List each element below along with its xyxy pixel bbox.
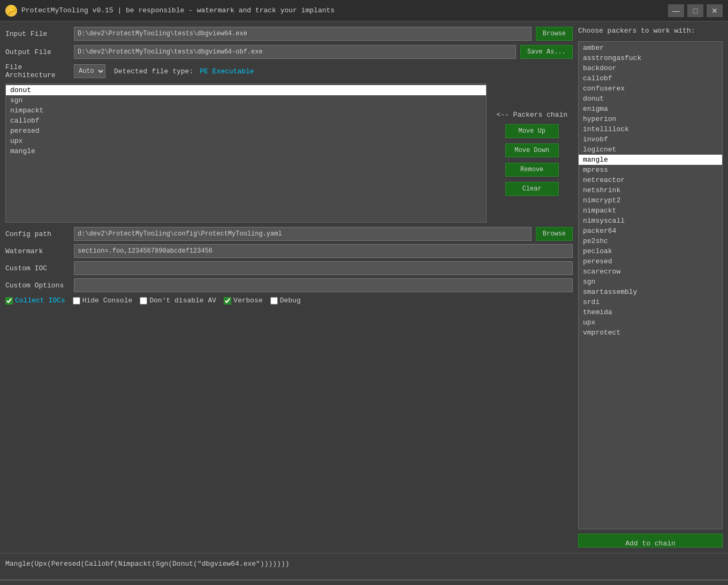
verbose-checkbox[interactable]: Verbose [224,297,263,305]
input-file-label: Input File [5,30,70,38]
packer-choice-item[interactable]: enigma [579,104,722,114]
packer-choice-item[interactable]: scarecrow [579,267,722,277]
custom-ioc-field[interactable] [74,261,573,275]
packers-chain-list: donutsgnnimpacktcallobfperesedupxmangle [6,84,486,157]
chain-display: Mangle(Upx(Peresed(Callobf(Nimpackt(Sgn(… [0,553,728,580]
window-title: ProtectMyTooling v0.15 | be responsible … [21,6,668,14]
watermark-row: Watermark [5,244,573,258]
save-as-button[interactable]: Save As... [520,45,573,59]
hide-console-checkbox[interactable]: Hide Console [73,297,133,305]
config-path-field[interactable] [74,227,532,241]
debug-checkbox[interactable]: Debug [270,297,301,305]
custom-ioc-label: Custom IOC [5,264,70,272]
packer-choice-item[interactable]: srdi [579,297,722,307]
output-file-label: Output File [5,48,70,56]
packer-choices-ul: amberasstrongasfuckbackdoorcallobfconfus… [579,42,722,339]
arch-label: File Architecture [5,63,70,79]
right-panel: Choose packers to work with: amberasstro… [578,27,723,548]
detected-label: Detected file type: [114,67,193,75]
packer-choice-item[interactable]: confuserex [579,83,722,94]
remove-button[interactable]: Remove [505,163,559,177]
verbose-label: Verbose [233,297,263,305]
chain-arrow-label: <-- Packers chain [496,111,567,119]
chain-list-item[interactable]: upx [6,136,486,146]
chain-list-item[interactable]: sgn [6,95,486,105]
output-file-field[interactable] [74,45,516,59]
input-file-row: Input File Browse [5,27,573,41]
arch-row: File Architecture Auto Detected file typ… [5,63,573,79]
custom-options-label: Custom Options [5,282,70,290]
title-bar: 🔑 ProtectMyTooling v0.15 | be responsibl… [0,0,728,21]
config-path-label: Config path [5,230,70,238]
chain-list-item[interactable]: callobf [6,116,486,126]
move-down-button[interactable]: Move Down [505,143,559,157]
packer-choice-item[interactable]: logicnet [579,145,722,155]
packer-choice-item[interactable]: smartassembly [579,287,722,297]
chain-list-item[interactable]: peresed [6,126,486,136]
chain-list-item[interactable]: nimpackt [6,105,486,116]
custom-options-field[interactable] [74,278,573,292]
checkboxes-row: Collect IOCs Hide Console Don't disable … [5,297,573,305]
packer-choice-item[interactable]: peresed [579,256,722,267]
chain-controls: <-- Packers chain Move Up Move Down Remo… [491,83,573,223]
minimize-button[interactable]: — [668,4,684,17]
move-up-button[interactable]: Move Up [505,124,559,138]
packer-choice-item[interactable]: nimsyscall [579,216,722,226]
packer-choice-item[interactable]: vmprotect [579,328,722,338]
packer-choice-item[interactable]: mpress [579,165,722,175]
output-file-row: Output File Save As... [5,45,573,59]
packer-choice-item[interactable]: netshrink [579,185,722,195]
packer-choice-item[interactable]: hyperion [579,114,722,124]
packer-choice-item[interactable]: invobf [579,134,722,145]
collect-iocs-label: Collect IOCs [15,297,65,305]
chain-display-text: Mangle(Upx(Peresed(Callobf(Nimpackt(Sgn(… [5,560,290,568]
arch-select[interactable]: Auto [74,64,105,78]
packers-chain-area: donutsgnnimpacktcallobfperesedupxmangle … [5,83,573,223]
packer-choice-item[interactable]: sgn [579,277,722,287]
packer-choice-item[interactable]: mangle [579,155,722,165]
custom-ioc-row: Custom IOC [5,261,573,275]
right-panel-title: Choose packers to work with: [578,27,723,35]
packer-choice-item[interactable]: asstrongasfuck [579,53,722,63]
left-panel: Input File Browse Output File Save As...… [5,27,573,548]
dont-disable-av-checkbox[interactable]: Don't disable AV [140,297,216,305]
chain-list-item[interactable]: mangle [6,146,486,156]
app-icon: 🔑 [5,5,17,17]
packer-choice-item[interactable]: upx [579,317,722,328]
close-button[interactable]: ✕ [707,4,723,17]
packer-choices-list[interactable]: amberasstrongasfuckbackdoorcallobfconfus… [578,41,723,529]
watermark-label: Watermark [5,247,70,255]
packer-choice-item[interactable]: donut [579,94,722,104]
dont-disable-av-label: Don't disable AV [149,297,216,305]
packer-choice-item[interactable]: packer64 [579,226,722,236]
custom-options-row: Custom Options [5,278,573,292]
debug-label: Debug [280,297,301,305]
packer-choice-item[interactable]: pe2shc [579,236,722,246]
main-content: Input File Browse Output File Save As...… [0,21,728,553]
add-to-chain-button[interactable]: Add to chain [578,534,723,548]
packers-chain-list-container[interactable]: donutsgnnimpacktcallobfperesedupxmangle [5,83,487,223]
clear-button[interactable]: Clear [505,182,559,196]
packer-choice-item[interactable]: nimcrypt2 [579,195,722,206]
window-controls: — □ ✕ [668,4,723,17]
packer-choice-item[interactable]: themida [579,307,722,317]
packer-choice-item[interactable]: callobf [579,73,722,83]
watermark-field[interactable] [74,244,573,258]
packer-choice-item[interactable]: amber [579,43,722,53]
browse-input-button[interactable]: Browse [536,27,573,41]
packer-choice-item[interactable]: nimpackt [579,206,722,216]
collect-iocs-checkbox[interactable]: Collect IOCs [5,297,65,305]
detected-value: PE Executable [200,67,254,75]
chain-list-item[interactable]: donut [6,85,486,95]
input-file-field[interactable] [74,27,532,41]
config-section: Config path Browse Watermark Custom IOC … [5,227,573,292]
packer-choice-item[interactable]: pecloak [579,246,722,256]
bottom-bar: ProtectProtect & RunList Packers & Detai… [0,580,728,585]
maximize-button[interactable]: □ [687,4,703,17]
packer-choice-item[interactable]: netreactor [579,175,722,185]
browse-config-button[interactable]: Browse [536,227,573,241]
packer-choice-item[interactable]: intellilock [579,124,722,134]
hide-console-label: Hide Console [82,297,133,305]
packer-choice-item[interactable]: backdoor [579,63,722,73]
config-path-row: Config path Browse [5,227,573,241]
